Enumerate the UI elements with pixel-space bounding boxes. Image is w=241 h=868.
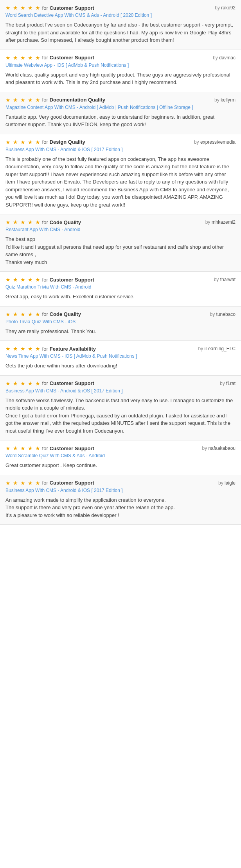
review-by: by tunebaco xyxy=(210,311,236,317)
review-card: ★ ★ ★ ★ ★ for Customer Supportby rako92W… xyxy=(0,0,241,50)
review-header-left: ★ ★ ★ ★ ★ for Code Quality xyxy=(5,219,81,225)
for-label: for xyxy=(42,5,48,11)
for-label: for xyxy=(42,97,48,103)
review-card: ★ ★ ★ ★ ★ for Design Qualityby expressiv… xyxy=(0,134,241,215)
review-header: ★ ★ ★ ★ ★ for Customer Supportby laigle xyxy=(5,480,236,486)
by-prefix: by xyxy=(214,277,220,282)
review-card: ★ ★ ★ ★ ★ for Code Qualityby mhkazemi2Re… xyxy=(0,214,241,272)
review-header-left: ★ ★ ★ ★ ★ for Customer Support xyxy=(5,276,94,283)
product-link[interactable]: Magazine Content App With CMS - Android … xyxy=(5,105,236,110)
review-body: Great app, easy to work with. Excellent … xyxy=(5,293,236,301)
for-label: for xyxy=(42,480,48,486)
star-rating: ★ ★ ★ ★ ★ xyxy=(5,346,41,352)
by-username: rako92 xyxy=(221,5,236,11)
review-body: The best appI'd like it and i suggest al… xyxy=(5,235,236,266)
review-category: Feature Availability xyxy=(50,346,96,352)
star-rating: ★ ★ ★ ★ ★ xyxy=(5,97,41,103)
review-header-left: ★ ★ ★ ★ ★ for Code Quality xyxy=(5,311,81,317)
by-prefix: by xyxy=(205,219,212,225)
review-body: Great customer support . Keep continue. xyxy=(5,462,236,469)
review-header-left: ★ ★ ★ ★ ★ for Feature Availability xyxy=(5,346,96,352)
review-header-left: ★ ★ ★ ★ ★ for Customer Support xyxy=(5,480,94,486)
review-header-left: ★ ★ ★ ★ ★ for Customer Support xyxy=(5,55,94,61)
star-rating: ★ ★ ★ ★ ★ xyxy=(5,55,41,61)
review-category: Customer Support xyxy=(50,277,94,283)
by-username: tharwat xyxy=(220,277,236,282)
product-link[interactable]: Quiz Marathon Trivia With CMS - Android xyxy=(5,284,236,290)
review-header: ★ ★ ★ ★ ★ for Documentation Qualityby ke… xyxy=(5,97,236,103)
star-rating: ★ ★ ★ ★ ★ xyxy=(5,276,41,283)
by-username: nafaakabaou xyxy=(209,446,236,451)
review-by: by nafaakabaou xyxy=(202,445,236,451)
review-body: An amazing work made to simplify the app… xyxy=(5,496,236,519)
review-header-left: ★ ★ ★ ★ ★ for Customer Support xyxy=(5,5,94,11)
star-rating: ★ ★ ★ ★ ★ xyxy=(5,311,41,317)
review-header: ★ ★ ★ ★ ★ for Feature Availabilityby iLe… xyxy=(5,346,236,352)
for-label: for xyxy=(42,346,48,352)
review-card: ★ ★ ★ ★ ★ for Customer Supportby laigleB… xyxy=(0,475,241,525)
review-category: Customer Support xyxy=(50,5,94,11)
review-body: The best product I've seen on Codecanyon… xyxy=(5,21,236,44)
review-card: ★ ★ ★ ★ ★ for Code Qualityby tunebacoPho… xyxy=(0,307,241,341)
review-body: Gets the job done within hours after dow… xyxy=(5,362,236,370)
product-link[interactable]: Word Scramble Quiz With CMS & Ads - Andr… xyxy=(5,453,236,458)
by-prefix: by xyxy=(215,5,221,11)
product-link[interactable]: News Time App With CMS - iOS [ AdMob & P… xyxy=(5,353,236,359)
review-card: ★ ★ ★ ★ ★ for Customer Supportby davmacU… xyxy=(0,50,241,92)
for-label: for xyxy=(42,139,48,145)
review-by: by expressivemedia xyxy=(194,139,236,145)
review-header: ★ ★ ★ ★ ★ for Code Qualityby tunebaco xyxy=(5,311,236,317)
review-header: ★ ★ ★ ★ ★ for Customer Supportby davmac xyxy=(5,55,236,61)
product-link[interactable]: Restaurant App With CMS - Android xyxy=(5,227,236,232)
for-label: for xyxy=(42,446,48,451)
by-username: kellyrm xyxy=(221,97,236,103)
by-prefix: by xyxy=(214,97,221,103)
for-label: for xyxy=(42,55,48,61)
review-by: by iLearning_ELC xyxy=(198,346,236,351)
product-link[interactable]: Business App With CMS - Android & iOS [ … xyxy=(5,388,236,394)
review-by: by laigle xyxy=(218,480,236,486)
review-card: ★ ★ ★ ★ ★ for Documentation Qualityby ke… xyxy=(0,92,241,134)
review-header: ★ ★ ★ ★ ★ for Code Qualityby mhkazemi2 xyxy=(5,219,236,225)
by-username: laigle xyxy=(225,480,236,486)
star-rating: ★ ★ ★ ★ ★ xyxy=(5,139,41,145)
product-link[interactable]: Word Search Detective App With CMS & Ads… xyxy=(5,12,236,18)
star-rating: ★ ★ ★ ★ ★ xyxy=(5,445,41,451)
review-category: Design Quality xyxy=(50,139,85,145)
review-category: Customer Support xyxy=(50,480,94,486)
review-body: They are really professional. Thank You. xyxy=(5,328,236,335)
review-header: ★ ★ ★ ★ ★ for Customer Supportby f1rat xyxy=(5,380,236,387)
review-category: Code Quality xyxy=(50,219,81,225)
review-by: by f1rat xyxy=(220,380,236,386)
review-by: by davmac xyxy=(213,55,236,61)
review-body: The software works flawlessly. The backe… xyxy=(5,397,236,435)
for-label: for xyxy=(42,380,48,386)
review-body: Fantastic app. Very good documentation, … xyxy=(5,113,236,128)
product-link[interactable]: Business App With CMS - Android & iOS [ … xyxy=(5,488,236,493)
by-prefix: by xyxy=(210,312,216,317)
review-category: Customer Support xyxy=(50,446,94,451)
review-card: ★ ★ ★ ★ ★ for Feature Availabilityby iLe… xyxy=(0,341,241,376)
review-card: ★ ★ ★ ★ ★ for Customer Supportby nafaaka… xyxy=(0,440,241,475)
by-prefix: by xyxy=(194,139,200,145)
by-prefix: by xyxy=(213,55,219,61)
review-by: by kellyrm xyxy=(214,97,236,103)
star-rating: ★ ★ ★ ★ ★ xyxy=(5,480,41,486)
review-category: Customer Support xyxy=(50,380,94,386)
by-username: davmac xyxy=(219,55,236,61)
product-link[interactable]: Business App With CMS - Android & iOS [ … xyxy=(5,147,236,152)
for-label: for xyxy=(42,219,48,225)
review-body: This is probably one of the best fully f… xyxy=(5,155,236,209)
star-rating: ★ ★ ★ ★ ★ xyxy=(5,380,41,387)
by-username: tunebaco xyxy=(216,312,236,317)
review-by: by tharwat xyxy=(214,276,236,282)
for-label: for xyxy=(42,311,48,317)
star-rating: ★ ★ ★ ★ ★ xyxy=(5,219,41,225)
product-link[interactable]: Ultimate Webview App - iOS [ AdMob & Pus… xyxy=(5,62,236,68)
for-label: for xyxy=(42,277,48,283)
review-header-left: ★ ★ ★ ★ ★ for Design Quality xyxy=(5,139,85,145)
product-link[interactable]: Photo Trivia Quiz With CMS - iOS xyxy=(5,319,236,324)
review-category: Customer Support xyxy=(50,55,94,61)
by-prefix: by xyxy=(218,480,225,486)
by-prefix: by xyxy=(220,381,226,386)
